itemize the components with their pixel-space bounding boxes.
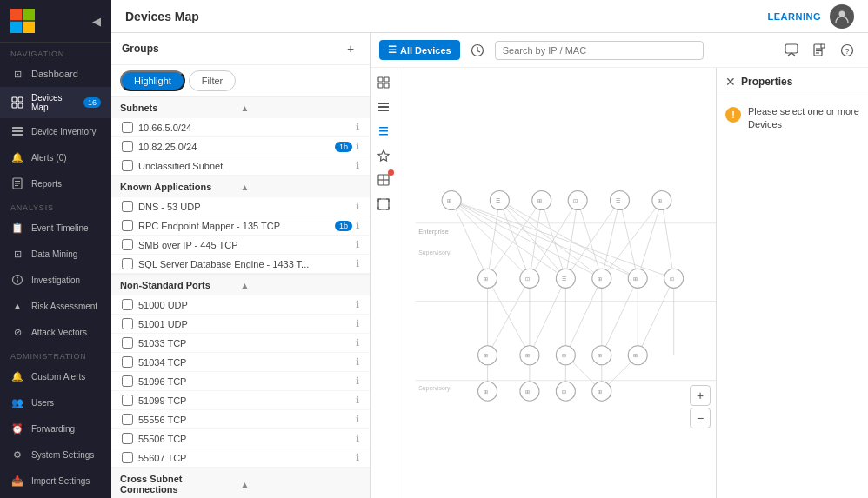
device-node-bb3[interactable]: ⊟ (556, 382, 575, 401)
device-node-t4[interactable]: ⊡ (568, 190, 587, 209)
port-info-1[interactable]: ℹ (356, 318, 359, 329)
chat-icon[interactable] (779, 38, 804, 63)
port-checkbox-3[interactable] (122, 356, 133, 368)
filter-tab[interactable]: Filter (189, 70, 236, 91)
device-node-bb2[interactable]: ⊞ (520, 382, 539, 401)
clock-icon[interactable] (465, 38, 490, 63)
device-node-b2[interactable]: ⊞ (520, 346, 539, 365)
subnet-checkbox-1[interactable] (122, 141, 133, 152)
device-node-t5[interactable]: ☰ (610, 190, 629, 209)
sidebar-item-system-settings[interactable]: ⚙ System Settings (0, 442, 111, 468)
device-node-t3[interactable]: ⊞ (532, 190, 551, 209)
sidebar: ◀ NAVIGATION ⊡ Dashboard Devices Map 16 … (0, 0, 111, 498)
app-checkbox-2[interactable] (122, 239, 133, 250)
device-node-t1[interactable]: ⊞ (442, 190, 461, 209)
app-checkbox-1[interactable] (122, 220, 133, 231)
svg-text:⊞: ⊞ (633, 276, 638, 282)
app-info-1[interactable]: ℹ (356, 220, 359, 231)
side-icon-grid[interactable] (372, 71, 395, 94)
device-node-b3[interactable]: ⊟ (556, 346, 575, 365)
add-group-button[interactable]: + (342, 40, 359, 57)
device-node-m2[interactable]: ⊡ (520, 269, 539, 288)
app-info-3[interactable]: ℹ (356, 258, 359, 269)
device-node-bb4[interactable]: ⊞ (592, 382, 611, 401)
non-standard-ports-header[interactable]: Non-Standard Ports ▲ (111, 275, 370, 295)
zoom-out-button[interactable]: − (690, 408, 711, 428)
zoom-in-button[interactable]: + (690, 385, 711, 406)
port-info-0[interactable]: ℹ (356, 299, 359, 310)
help-icon[interactable]: ? (835, 38, 859, 63)
port-checkbox-8[interactable] (122, 452, 133, 463)
sidebar-item-dashboard[interactable]: ⊡ Dashboard (0, 61, 111, 87)
device-node-m6[interactable]: ⊡ (664, 269, 684, 288)
highlight-tab[interactable]: Highlight (120, 70, 185, 91)
sidebar-item-data-mining[interactable]: ⊡ Data Mining (0, 241, 111, 267)
port-info-6[interactable]: ℹ (356, 414, 359, 425)
port-checkbox-6[interactable] (122, 414, 133, 425)
subnet-info-2[interactable]: ℹ (356, 160, 359, 171)
back-button[interactable]: ◀ (92, 15, 101, 28)
port-info-2[interactable]: ℹ (356, 337, 359, 349)
avatar[interactable] (830, 4, 854, 29)
sidebar-item-event-timeline[interactable]: 📋 Event Timeline (0, 215, 111, 241)
sidebar-item-alerts[interactable]: 🔔 Alerts (0) (0, 144, 111, 170)
map-canvas[interactable]: + − Enterprise Supervisory Supervisory (397, 68, 716, 498)
app-info-2[interactable]: ℹ (356, 239, 359, 250)
subnets-section-header[interactable]: Subnets ▲ (111, 97, 370, 118)
side-icon-list[interactable] (372, 96, 395, 118)
device-node-bb1[interactable]: ⊞ (478, 382, 497, 401)
dashboard-label: Dashboard (31, 69, 78, 79)
sidebar-item-investigation[interactable]: Investigation (0, 267, 111, 293)
port-info-7[interactable]: ℹ (356, 433, 359, 444)
device-node-t2[interactable]: ☰ (490, 190, 509, 209)
side-icon-expand[interactable] (372, 193, 395, 216)
device-node-m3[interactable]: ☰ (556, 269, 575, 288)
doc-icon[interactable] (807, 38, 831, 63)
properties-close-button[interactable]: ✕ (725, 75, 736, 89)
port-info-4[interactable]: ℹ (356, 375, 359, 387)
device-node-b1[interactable]: ⊞ (478, 346, 497, 365)
cross-subnet-header[interactable]: Cross Subnet Connections ▲ (111, 468, 370, 498)
port-checkbox-5[interactable] (122, 395, 133, 406)
sidebar-item-custom-alerts[interactable]: 🔔 Custom Alerts (0, 363, 111, 389)
port-info-3[interactable]: ℹ (356, 356, 359, 368)
side-icon-grid2[interactable] (372, 169, 395, 191)
device-node-m4[interactable]: ⊞ (592, 269, 611, 288)
subnet-checkbox-0[interactable] (122, 122, 133, 133)
app-checkbox-3[interactable] (122, 258, 133, 269)
svg-line-64 (565, 201, 578, 279)
sidebar-item-forwarding[interactable]: ⏰ Forwarding (0, 415, 111, 442)
app-label-1: RPC Endpoint Mapper - 135 TCP (138, 221, 331, 231)
subnet-info-1[interactable]: ℹ (356, 141, 359, 152)
device-node-b4[interactable]: ⊞ (592, 346, 611, 365)
device-node-b5[interactable]: ⊞ (628, 346, 647, 365)
sidebar-item-users[interactable]: 👥 Users (0, 389, 111, 415)
port-checkbox-2[interactable] (122, 337, 133, 349)
sidebar-item-risk-assessment[interactable]: ▲ Risk Assessment (0, 293, 111, 319)
device-node-m1[interactable]: ⊞ (478, 269, 497, 288)
port-checkbox-1[interactable] (122, 318, 133, 329)
port-info-8[interactable]: ℹ (356, 452, 359, 463)
known-apps-header[interactable]: Known Applications ▲ (111, 176, 370, 197)
device-node-m5[interactable]: ⊞ (628, 269, 647, 288)
side-icon-pin[interactable] (372, 144, 395, 167)
all-devices-button[interactable]: ☰ All Devices (379, 40, 460, 60)
sidebar-item-device-inventory[interactable]: Device Inventory (0, 118, 111, 144)
side-icon-lines[interactable] (372, 120, 395, 143)
port-checkbox-0[interactable] (122, 299, 133, 310)
sidebar-item-reports[interactable]: Reports (0, 170, 111, 196)
port-info-5[interactable]: ℹ (356, 395, 359, 406)
subnet-checkbox-2[interactable] (122, 160, 133, 171)
port-checkbox-7[interactable] (122, 433, 133, 444)
sidebar-item-devices-map[interactable]: Devices Map 16 (0, 87, 111, 118)
port-checkbox-4[interactable] (122, 375, 133, 387)
sidebar-item-import-settings[interactable]: 📥 Import Settings (0, 468, 111, 494)
app-checkbox-0[interactable] (122, 201, 133, 212)
sidebar-item-attack-vectors[interactable]: ⊘ Attack Vectors (0, 319, 111, 345)
search-input[interactable] (495, 41, 704, 60)
device-node-t6[interactable]: ⊞ (652, 190, 671, 209)
app-info-0[interactable]: ℹ (356, 201, 359, 212)
subnet-info-0[interactable]: ℹ (356, 122, 359, 133)
svg-line-54 (451, 201, 674, 279)
devices-map-icon (10, 96, 24, 110)
